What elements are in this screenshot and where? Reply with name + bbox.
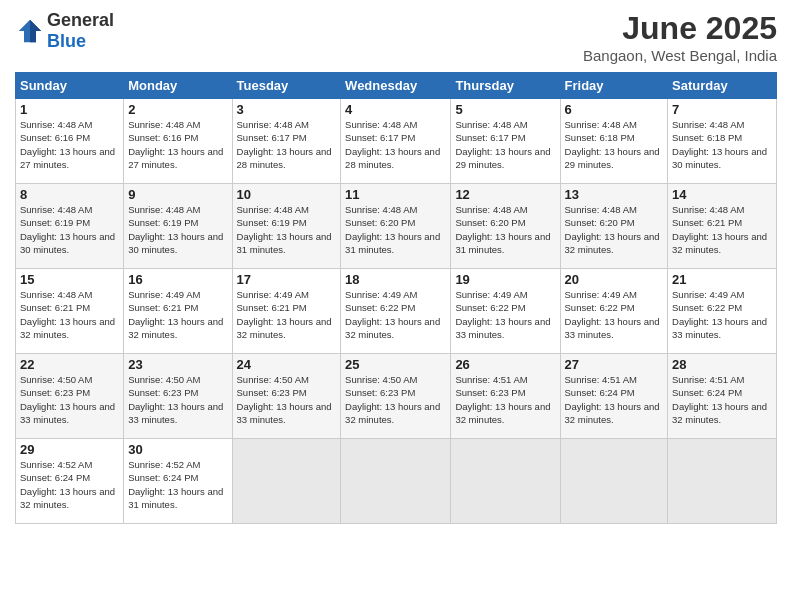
col-thursday: Thursday: [451, 73, 560, 99]
calendar-cell: [451, 439, 560, 524]
calendar-cell: 8Sunrise: 4:48 AMSunset: 6:19 PMDaylight…: [16, 184, 124, 269]
calendar-cell: 24Sunrise: 4:50 AMSunset: 6:23 PMDayligh…: [232, 354, 341, 439]
calendar-cell: 20Sunrise: 4:49 AMSunset: 6:22 PMDayligh…: [560, 269, 668, 354]
day-info: Sunrise: 4:48 AMSunset: 6:17 PMDaylight:…: [237, 118, 337, 171]
calendar-week-1: 1Sunrise: 4:48 AMSunset: 6:16 PMDaylight…: [16, 99, 777, 184]
logo-icon: [15, 16, 45, 46]
col-friday: Friday: [560, 73, 668, 99]
calendar-week-2: 8Sunrise: 4:48 AMSunset: 6:19 PMDaylight…: [16, 184, 777, 269]
calendar-cell: 11Sunrise: 4:48 AMSunset: 6:20 PMDayligh…: [341, 184, 451, 269]
calendar-cell: [341, 439, 451, 524]
calendar-cell: 4Sunrise: 4:48 AMSunset: 6:17 PMDaylight…: [341, 99, 451, 184]
calendar-cell: 17Sunrise: 4:49 AMSunset: 6:21 PMDayligh…: [232, 269, 341, 354]
logo-blue: Blue: [47, 31, 86, 51]
day-info: Sunrise: 4:48 AMSunset: 6:16 PMDaylight:…: [20, 118, 119, 171]
day-number: 28: [672, 357, 772, 372]
logo: General Blue: [15, 10, 114, 52]
day-info: Sunrise: 4:48 AMSunset: 6:19 PMDaylight:…: [20, 203, 119, 256]
calendar-cell: [668, 439, 777, 524]
calendar-cell: 30Sunrise: 4:52 AMSunset: 6:24 PMDayligh…: [124, 439, 232, 524]
calendar-week-3: 15Sunrise: 4:48 AMSunset: 6:21 PMDayligh…: [16, 269, 777, 354]
day-number: 10: [237, 187, 337, 202]
day-info: Sunrise: 4:48 AMSunset: 6:20 PMDaylight:…: [455, 203, 555, 256]
col-sunday: Sunday: [16, 73, 124, 99]
logo-text: General Blue: [47, 10, 114, 52]
calendar-week-5: 29Sunrise: 4:52 AMSunset: 6:24 PMDayligh…: [16, 439, 777, 524]
calendar-cell: 13Sunrise: 4:48 AMSunset: 6:20 PMDayligh…: [560, 184, 668, 269]
day-info: Sunrise: 4:52 AMSunset: 6:24 PMDaylight:…: [128, 458, 227, 511]
calendar-cell: 3Sunrise: 4:48 AMSunset: 6:17 PMDaylight…: [232, 99, 341, 184]
calendar-cell: 2Sunrise: 4:48 AMSunset: 6:16 PMDaylight…: [124, 99, 232, 184]
day-number: 25: [345, 357, 446, 372]
calendar-cell: 7Sunrise: 4:48 AMSunset: 6:18 PMDaylight…: [668, 99, 777, 184]
day-number: 5: [455, 102, 555, 117]
day-info: Sunrise: 4:49 AMSunset: 6:22 PMDaylight:…: [565, 288, 664, 341]
day-info: Sunrise: 4:50 AMSunset: 6:23 PMDaylight:…: [237, 373, 337, 426]
col-tuesday: Tuesday: [232, 73, 341, 99]
day-number: 13: [565, 187, 664, 202]
day-number: 7: [672, 102, 772, 117]
logo-general: General: [47, 10, 114, 30]
day-number: 29: [20, 442, 119, 457]
calendar-cell: 28Sunrise: 4:51 AMSunset: 6:24 PMDayligh…: [668, 354, 777, 439]
calendar-cell: 5Sunrise: 4:48 AMSunset: 6:17 PMDaylight…: [451, 99, 560, 184]
day-number: 17: [237, 272, 337, 287]
page-container: General Blue June 2025 Bangaon, West Ben…: [0, 0, 792, 534]
title-block: June 2025 Bangaon, West Bengal, India: [583, 10, 777, 64]
calendar-cell: 23Sunrise: 4:50 AMSunset: 6:23 PMDayligh…: [124, 354, 232, 439]
day-number: 22: [20, 357, 119, 372]
calendar-cell: 29Sunrise: 4:52 AMSunset: 6:24 PMDayligh…: [16, 439, 124, 524]
calendar-cell: 14Sunrise: 4:48 AMSunset: 6:21 PMDayligh…: [668, 184, 777, 269]
calendar-cell: [560, 439, 668, 524]
calendar-cell: 27Sunrise: 4:51 AMSunset: 6:24 PMDayligh…: [560, 354, 668, 439]
day-number: 9: [128, 187, 227, 202]
calendar-cell: 19Sunrise: 4:49 AMSunset: 6:22 PMDayligh…: [451, 269, 560, 354]
location-title: Bangaon, West Bengal, India: [583, 47, 777, 64]
day-number: 30: [128, 442, 227, 457]
day-number: 24: [237, 357, 337, 372]
day-info: Sunrise: 4:48 AMSunset: 6:19 PMDaylight:…: [128, 203, 227, 256]
day-number: 6: [565, 102, 664, 117]
day-info: Sunrise: 4:50 AMSunset: 6:23 PMDaylight:…: [20, 373, 119, 426]
day-info: Sunrise: 4:48 AMSunset: 6:18 PMDaylight:…: [672, 118, 772, 171]
header: General Blue June 2025 Bangaon, West Ben…: [15, 10, 777, 64]
svg-marker-1: [30, 20, 41, 43]
day-info: Sunrise: 4:49 AMSunset: 6:21 PMDaylight:…: [237, 288, 337, 341]
col-wednesday: Wednesday: [341, 73, 451, 99]
header-row: Sunday Monday Tuesday Wednesday Thursday…: [16, 73, 777, 99]
calendar-cell: 9Sunrise: 4:48 AMSunset: 6:19 PMDaylight…: [124, 184, 232, 269]
day-info: Sunrise: 4:48 AMSunset: 6:18 PMDaylight:…: [565, 118, 664, 171]
day-info: Sunrise: 4:48 AMSunset: 6:16 PMDaylight:…: [128, 118, 227, 171]
calendar-cell: 1Sunrise: 4:48 AMSunset: 6:16 PMDaylight…: [16, 99, 124, 184]
month-title: June 2025: [583, 10, 777, 47]
day-number: 3: [237, 102, 337, 117]
day-info: Sunrise: 4:51 AMSunset: 6:23 PMDaylight:…: [455, 373, 555, 426]
day-info: Sunrise: 4:48 AMSunset: 6:17 PMDaylight:…: [345, 118, 446, 171]
day-info: Sunrise: 4:48 AMSunset: 6:20 PMDaylight:…: [345, 203, 446, 256]
day-number: 16: [128, 272, 227, 287]
day-number: 27: [565, 357, 664, 372]
day-info: Sunrise: 4:49 AMSunset: 6:22 PMDaylight:…: [672, 288, 772, 341]
calendar-cell: 26Sunrise: 4:51 AMSunset: 6:23 PMDayligh…: [451, 354, 560, 439]
col-monday: Monday: [124, 73, 232, 99]
day-number: 14: [672, 187, 772, 202]
calendar-cell: 25Sunrise: 4:50 AMSunset: 6:23 PMDayligh…: [341, 354, 451, 439]
day-info: Sunrise: 4:48 AMSunset: 6:20 PMDaylight:…: [565, 203, 664, 256]
day-number: 4: [345, 102, 446, 117]
calendar-cell: 21Sunrise: 4:49 AMSunset: 6:22 PMDayligh…: [668, 269, 777, 354]
day-number: 1: [20, 102, 119, 117]
day-info: Sunrise: 4:49 AMSunset: 6:22 PMDaylight:…: [345, 288, 446, 341]
day-info: Sunrise: 4:48 AMSunset: 6:17 PMDaylight:…: [455, 118, 555, 171]
calendar-cell: [232, 439, 341, 524]
day-number: 23: [128, 357, 227, 372]
calendar-cell: 12Sunrise: 4:48 AMSunset: 6:20 PMDayligh…: [451, 184, 560, 269]
day-number: 21: [672, 272, 772, 287]
calendar-table: Sunday Monday Tuesday Wednesday Thursday…: [15, 72, 777, 524]
day-number: 15: [20, 272, 119, 287]
calendar-cell: 15Sunrise: 4:48 AMSunset: 6:21 PMDayligh…: [16, 269, 124, 354]
day-info: Sunrise: 4:50 AMSunset: 6:23 PMDaylight:…: [345, 373, 446, 426]
day-number: 26: [455, 357, 555, 372]
day-info: Sunrise: 4:48 AMSunset: 6:21 PMDaylight:…: [672, 203, 772, 256]
day-number: 18: [345, 272, 446, 287]
calendar-cell: 18Sunrise: 4:49 AMSunset: 6:22 PMDayligh…: [341, 269, 451, 354]
